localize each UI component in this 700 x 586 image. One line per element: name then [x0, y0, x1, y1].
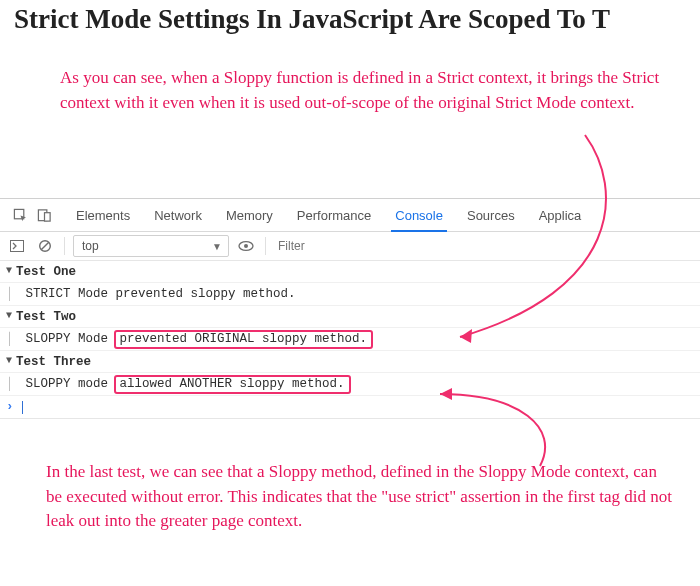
message-text: STRICT Mode prevented sloppy method. — [26, 287, 296, 301]
tab-label: Memory — [226, 208, 273, 223]
console-prompt[interactable]: › — [0, 396, 700, 418]
highlighted-text: allowed ANOTHER sloppy method. — [114, 375, 351, 394]
disclosure-triangle-icon: ▼ — [6, 265, 12, 276]
message-text: SLOPPY mode — [26, 377, 116, 391]
context-selector-value: top — [82, 239, 99, 253]
tab-label: Network — [154, 208, 202, 223]
console-message: │ SLOPPY mode allowed ANOTHER sloppy met… — [0, 373, 700, 396]
svg-rect-3 — [11, 241, 24, 252]
tab-application[interactable]: Applica — [527, 200, 582, 231]
tab-performance[interactable]: Performance — [285, 200, 383, 231]
console-message: │ STRICT Mode prevented sloppy method. — [0, 283, 700, 306]
tab-label: Applica — [539, 208, 582, 223]
group-indent-icon: │ — [6, 287, 14, 301]
annotation-bottom: In the last test, we can see that a Slop… — [46, 460, 676, 534]
context-selector[interactable]: top ▼ — [73, 235, 229, 257]
disclosure-triangle-icon: ▼ — [6, 310, 12, 321]
tab-memory[interactable]: Memory — [214, 200, 285, 231]
group-indent-icon: │ — [6, 332, 14, 346]
svg-line-5 — [41, 242, 49, 250]
text-caret-icon — [22, 401, 23, 414]
group-indent-icon: │ — [6, 377, 14, 391]
console-group-header[interactable]: ▼ Test One — [0, 261, 700, 283]
tab-console[interactable]: Console — [383, 200, 455, 231]
console-sidebar-toggle-icon[interactable] — [6, 235, 28, 257]
tab-label: Performance — [297, 208, 371, 223]
console-group-header[interactable]: ▼ Test Two — [0, 306, 700, 328]
console-toolbar: top ▼ — [0, 232, 700, 261]
prompt-chevron-icon: › — [6, 400, 14, 414]
device-toolbar-icon[interactable] — [32, 203, 56, 227]
devtools-panel: Elements Network Memory Performance Cons… — [0, 198, 700, 419]
tab-label: Console — [395, 208, 443, 223]
live-expression-icon[interactable] — [235, 235, 257, 257]
console-group-header[interactable]: ▼ Test Three — [0, 351, 700, 373]
svg-point-7 — [244, 244, 248, 248]
tab-label: Elements — [76, 208, 130, 223]
group-label: Test Three — [16, 355, 91, 369]
console-output: ▼ Test One │ STRICT Mode prevented slopp… — [0, 261, 700, 418]
inspect-icon[interactable] — [8, 203, 32, 227]
group-label: Test Two — [16, 310, 76, 324]
toolbar-separator — [64, 237, 65, 255]
disclosure-triangle-icon: ▼ — [6, 355, 12, 366]
filter-input[interactable] — [274, 238, 694, 254]
tab-sources[interactable]: Sources — [455, 200, 527, 231]
annotation-top: As you can see, when a Sloppy function i… — [60, 66, 665, 115]
page-title: Strict Mode Settings In JavaScript Are S… — [0, 0, 700, 35]
tab-network[interactable]: Network — [142, 200, 214, 231]
tab-label: Sources — [467, 208, 515, 223]
devtools-tabbar: Elements Network Memory Performance Cons… — [0, 199, 700, 232]
chevron-down-icon: ▼ — [212, 241, 222, 252]
highlighted-text: prevented ORIGINAL sloppy method. — [114, 330, 374, 349]
toolbar-separator — [265, 237, 266, 255]
console-message: │ SLOPPY Mode prevented ORIGINAL sloppy … — [0, 328, 700, 351]
group-label: Test One — [16, 265, 76, 279]
clear-console-icon[interactable] — [34, 235, 56, 257]
svg-rect-2 — [44, 212, 50, 220]
message-text: SLOPPY Mode — [26, 332, 116, 346]
tab-elements[interactable]: Elements — [64, 200, 142, 231]
